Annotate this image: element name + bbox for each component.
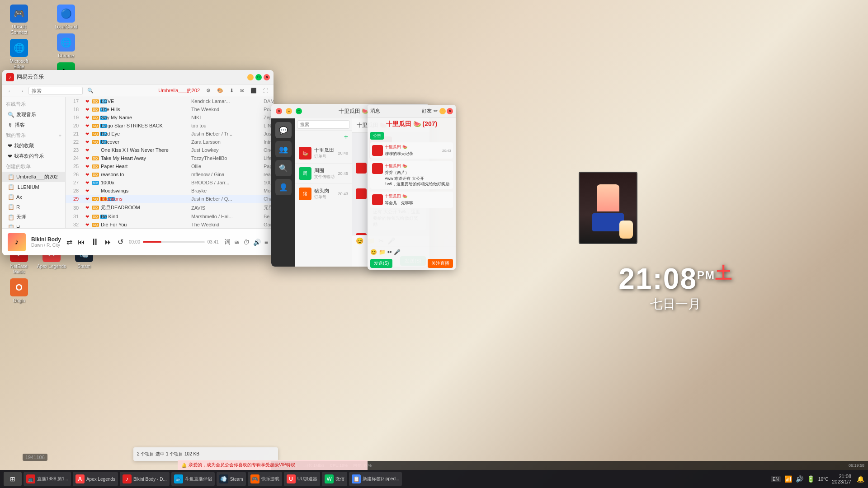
desktop-icon-ubisoft[interactable]: 🎮 Ubisoft Connect: [5, 5, 33, 35]
notice-btn[interactable]: 公告: [370, 132, 384, 140]
timer-button[interactable]: ⏱: [243, 239, 250, 246]
heart-icon[interactable]: ❤: [83, 123, 92, 128]
taskbar-volume-icon[interactable]: 🔊: [796, 475, 803, 483]
wechat-chats-icon[interactable]: 💬: [275, 122, 292, 138]
shuffle-button[interactable]: ⇄: [66, 238, 72, 246]
start-button[interactable]: ⊞: [4, 472, 22, 486]
taskbar-item-steam[interactable]: 💨 Steam: [217, 472, 246, 486]
equalizer-button[interactable]: ≋: [234, 239, 240, 246]
taskbar-item-happygaming[interactable]: 🎮 快乐游戏: [248, 472, 282, 486]
ls-min-btn[interactable]: －: [439, 108, 446, 114]
table-row[interactable]: 30 ❤ SQ 元旦DEADROOM ZAVIS 元旦DEADROOM 03:5…: [66, 203, 274, 212]
table-row[interactable]: 23 ❤ One Kiss X I Was Never There Just L…: [66, 146, 274, 154]
sidebar-item-umbrella[interactable]: 📋 Umbrella___的202: [2, 172, 65, 182]
minimize-button[interactable]: －: [247, 74, 254, 80]
playlist-button[interactable]: ≡: [264, 239, 268, 246]
download-icon[interactable]: ⬇: [228, 87, 236, 94]
desktop-icon-origin[interactable]: O Origin: [5, 278, 33, 304]
ls-close-btn[interactable]: ✕: [447, 108, 453, 114]
volume-button[interactable]: 🔊: [253, 239, 261, 246]
lyrics-button[interactable]: 词: [224, 238, 231, 246]
play-pause-button[interactable]: ⏸: [90, 237, 99, 247]
taskbar-item-apex[interactable]: A Apex Legends: [73, 472, 118, 486]
maximize-button[interactable]: □: [255, 74, 262, 80]
taskbar-item-more[interactable]: 📋 新建标签(zipped...: [349, 472, 402, 486]
table-row[interactable]: 31 ❤ SQ MV Be Kind Marshmello / Hal... B…: [66, 212, 274, 221]
table-row[interactable]: 32 ❤ SQ Die For You The Weeknd Gaming Mu…: [66, 221, 274, 228]
table-row[interactable]: 29 ❤ SQ SQ MV Intentions Justin Bieber /…: [66, 195, 274, 203]
sidebar-item-tianya[interactable]: 📋 天涯: [2, 212, 65, 222]
sidebar-add-icon[interactable]: +: [59, 133, 61, 138]
table-row[interactable]: 17 ❤ SQ MV LOVE Kendrick Lamar... DAMN. …: [66, 97, 274, 105]
table-row[interactable]: 19 ❤ SQ MV Say My Name NIKI Zephyr 03:12: [66, 113, 274, 122]
heart-icon[interactable]: ❤: [83, 222, 92, 227]
taskbar-network-icon[interactable]: 📶: [784, 475, 792, 483]
wechat-search-input[interactable]: [297, 120, 350, 129]
table-row[interactable]: 27 ❤ MV 1000x BROODS / Jarr... 1000x 04:…: [66, 178, 274, 187]
search-icon[interactable]: 🔍: [85, 87, 95, 94]
wechat-max-button[interactable]: □: [296, 108, 302, 114]
sidebar-item-myfavorite[interactable]: ❤ 我的收藏: [2, 141, 65, 151]
heart-icon[interactable]: ❤: [83, 140, 92, 145]
table-row[interactable]: 25 ❤ SQ Paper Heart Ollie Paper Heart 02…: [66, 162, 274, 170]
miniplayer-icon[interactable]: ⬛: [249, 87, 259, 94]
skin-icon[interactable]: 🎨: [215, 87, 225, 94]
sidebar-item-illenium[interactable]: 📋 ILLENIUM: [2, 182, 65, 192]
heart-icon[interactable]: ❤: [83, 164, 92, 169]
fullscreen-icon[interactable]: ⛶: [261, 87, 270, 94]
wechat-list-item[interactable]: 猪 猪头肉 订单号 20:43: [295, 184, 352, 204]
wechat-me-icon[interactable]: 👤: [275, 179, 292, 195]
wechat-list-item[interactable]: 🍉 十里瓜田 🍉 订单号 20:48: [295, 143, 352, 164]
heart-icon[interactable]: ❤: [83, 188, 92, 193]
screen-btn[interactable]: ✂: [387, 249, 392, 255]
wechat-min-button[interactable]: －: [286, 108, 292, 114]
heart-icon[interactable]: ❤: [83, 172, 92, 177]
taskbar-item-fish[interactable]: 🐟 斗鱼直播伴侣: [171, 472, 215, 486]
repeat-button[interactable]: ↺: [118, 238, 123, 246]
sidebar-item-podcast[interactable]: 🎙 播客: [2, 120, 65, 130]
prev-button[interactable]: ⏮: [78, 238, 85, 246]
progress-bar[interactable]: [143, 241, 205, 243]
search-input[interactable]: [28, 87, 83, 95]
wechat-contacts-icon[interactable]: 👥: [275, 141, 292, 157]
wechat-list-item[interactable]: 周 周围 文件传输助手 20:45: [295, 164, 352, 184]
table-row[interactable]: 20 ❤ SQ MV Lingo Starr STRIKES BACK tob …: [66, 122, 274, 130]
taskbar-battery-icon[interactable]: 🔋: [807, 475, 815, 483]
taskbar-item-wechat[interactable]: W 微信: [322, 472, 347, 486]
heart-icon[interactable]: ❤: [83, 205, 92, 210]
sidebar-item-r[interactable]: 📋 R: [2, 202, 65, 212]
next-button[interactable]: ⏭: [105, 238, 112, 246]
livestream-follow-btn[interactable]: 关注直播: [428, 259, 453, 268]
emoji-btn[interactable]: 😊: [370, 249, 377, 255]
heart-icon[interactable]: ❤: [83, 131, 92, 136]
back-button[interactable]: ←: [6, 87, 14, 94]
desktop-icon-localcloud[interactable]: 🔵 LocalCloud: [52, 5, 80, 30]
heart-icon[interactable]: ❤: [83, 214, 92, 219]
heart-icon[interactable]: ❤: [83, 107, 92, 112]
wechat-discover-icon[interactable]: 🔍: [275, 160, 292, 176]
desktop-icon-chrome[interactable]: 🌐 Chrome: [52, 33, 80, 59]
taskbar-item-direct1988[interactable]: 📺 直播1988 第1...: [24, 472, 71, 486]
sidebar-item-ax[interactable]: 📋 Ax: [2, 192, 65, 202]
heart-icon[interactable]: ❤: [83, 148, 92, 153]
sidebar-item-discover[interactable]: 🔍 发现音乐: [2, 109, 65, 120]
file-btn[interactable]: 📁: [379, 249, 386, 255]
table-row[interactable]: 21 ❤ SQ MV Red Eye Justin Bieber / Tr...…: [66, 130, 274, 138]
table-row[interactable]: 18 ❤ SQ MV The Hills The Weeknd Power Hi…: [66, 105, 274, 113]
emoji-icon[interactable]: 😊: [356, 237, 363, 244]
taskbar-item-music[interactable]: ♪ Bikini Body - D...: [120, 472, 170, 486]
taskbar-notification-icon[interactable]: 🔔: [857, 475, 864, 483]
new-chat-icon[interactable]: +: [344, 133, 348, 141]
wechat-close-button[interactable]: ✕: [276, 108, 282, 114]
mic-btn[interactable]: 🎤: [394, 249, 401, 255]
send-button-ls[interactable]: 发送(S): [370, 259, 392, 268]
close-button[interactable]: ✕: [264, 74, 270, 80]
sidebar-item-h[interactable]: 📋 H: [2, 222, 65, 228]
heart-icon[interactable]: ❤: [83, 180, 92, 185]
table-row[interactable]: 28 ❤ Moodswings Brayke Moodswings 02:27: [66, 187, 274, 195]
heart-icon[interactable]: ❤: [83, 99, 92, 104]
forward-button[interactable]: →: [17, 87, 26, 94]
ime-indicator[interactable]: EN: [771, 476, 781, 482]
settings-icon[interactable]: ⚙: [204, 87, 212, 94]
table-row[interactable]: 24 ❤ SQ Take My Heart Away TozzyTheHellB…: [66, 154, 274, 162]
